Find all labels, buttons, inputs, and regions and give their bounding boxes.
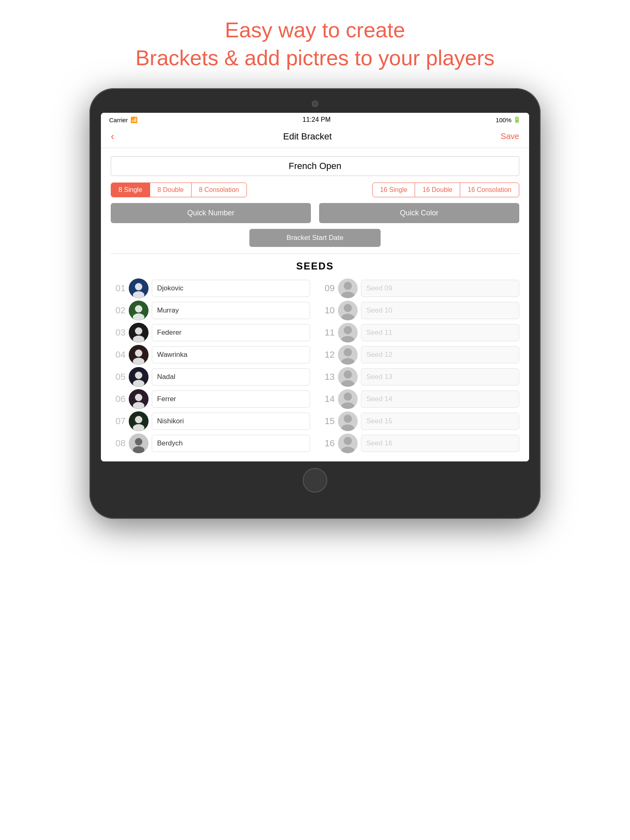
seed-number: 06 — [111, 394, 126, 404]
svg-point-23 — [344, 370, 352, 379]
wifi-icon: 📶 — [130, 116, 137, 123]
seed-row: 04 — [111, 345, 310, 365]
svg-point-4 — [341, 292, 354, 298]
save-button[interactable]: Save — [500, 132, 519, 141]
svg-point-11 — [135, 327, 142, 335]
btn-16-single[interactable]: 16 Single — [373, 183, 415, 197]
quick-color-button[interactable]: Quick Color — [319, 203, 519, 223]
seed-row: 09 Seed 09 — [320, 278, 519, 298]
seed-number: 11 — [320, 327, 335, 338]
seed-number: 08 — [111, 438, 126, 449]
seed-avatar[interactable] — [338, 345, 358, 365]
seed-row: 05 — [111, 367, 310, 387]
seed-number: 02 — [111, 305, 126, 316]
seed-avatar[interactable] — [338, 411, 358, 431]
seed-name-placeholder[interactable]: Seed 12 — [361, 346, 519, 363]
svg-point-28 — [344, 393, 352, 401]
btn-8-consolation[interactable]: 8 Consolation — [192, 183, 247, 197]
seed-row: 10 Seed 10 — [320, 301, 519, 320]
quick-number-button[interactable]: Quick Number — [111, 203, 311, 223]
svg-point-36 — [135, 438, 142, 445]
bracket-group-8: 8 Single 8 Double 8 Consolation — [111, 183, 247, 197]
seed-avatar[interactable] — [129, 434, 148, 453]
seed-name-input[interactable] — [152, 280, 310, 297]
seed-name-input[interactable] — [152, 368, 310, 386]
seed-row: 03 — [111, 323, 310, 342]
quick-action-buttons: Quick Number Quick Color — [111, 203, 519, 223]
seed-number: 12 — [320, 349, 335, 360]
btn-8-single[interactable]: 8 Single — [111, 183, 150, 197]
seed-name-placeholder[interactable]: Seed 11 — [361, 324, 519, 341]
status-bar: Carrier 📶 11:24 PM 100% 🔋 — [101, 113, 529, 127]
seed-name-input[interactable] — [152, 346, 310, 363]
back-button[interactable]: ‹ — [111, 130, 114, 143]
status-time: 11:24 PM — [302, 116, 330, 123]
seed-name-placeholder[interactable]: Seed 14 — [361, 390, 519, 408]
promo-line2: Brackets & add pictres to your players — [135, 44, 495, 72]
ipad-screen: Carrier 📶 11:24 PM 100% 🔋 ‹ Edit Bracket… — [101, 113, 529, 461]
status-left: Carrier 📶 — [109, 116, 137, 123]
seed-name-input[interactable] — [152, 413, 310, 430]
seeds-grid: 01 09 Seed 0902 10 Seed 1003 11 — [111, 278, 519, 453]
seed-number: 07 — [111, 416, 126, 427]
seed-number: 03 — [111, 327, 126, 338]
seed-avatar[interactable] — [129, 323, 148, 342]
svg-point-19 — [341, 358, 354, 365]
home-button[interactable] — [303, 468, 327, 493]
carrier-label: Carrier — [109, 116, 128, 123]
seed-name-placeholder[interactable]: Seed 15 — [361, 413, 519, 430]
svg-point-24 — [341, 380, 354, 387]
seed-number: 01 — [111, 283, 126, 294]
svg-point-38 — [344, 437, 352, 445]
seed-number: 10 — [320, 305, 335, 316]
seed-avatar[interactable] — [129, 367, 148, 387]
seed-row: 14 Seed 14 — [320, 389, 519, 409]
svg-point-34 — [341, 425, 354, 431]
btn-16-consolation[interactable]: 16 Consolation — [460, 183, 519, 197]
seed-avatar[interactable] — [129, 278, 148, 298]
bracket-start-date-button[interactable]: Bracket Start Date — [249, 229, 381, 247]
seed-name-placeholder[interactable]: Seed 16 — [361, 435, 519, 452]
seed-number: 05 — [111, 372, 126, 382]
btn-8-double[interactable]: 8 Double — [150, 183, 192, 197]
seed-avatar[interactable] — [338, 323, 358, 342]
seed-avatar[interactable] — [338, 389, 358, 409]
seed-avatar[interactable] — [338, 434, 358, 453]
svg-point-14 — [341, 336, 354, 342]
svg-point-31 — [135, 416, 142, 423]
svg-point-13 — [344, 326, 352, 334]
btn-16-double[interactable]: 16 Double — [415, 183, 460, 197]
svg-point-26 — [135, 394, 142, 401]
seed-row: 11 Seed 11 — [320, 323, 519, 342]
seed-name-placeholder[interactable]: Seed 13 — [361, 368, 519, 386]
svg-point-8 — [344, 304, 352, 312]
seed-row: 12 Seed 12 — [320, 345, 519, 365]
seed-row: 07 — [111, 411, 310, 431]
seed-number: 15 — [320, 416, 335, 427]
seed-avatar[interactable] — [338, 278, 358, 298]
seed-name-input[interactable] — [152, 324, 310, 341]
svg-point-3 — [344, 282, 352, 290]
seed-avatar[interactable] — [129, 301, 148, 320]
seed-name-input[interactable] — [152, 435, 310, 452]
svg-point-18 — [344, 348, 352, 356]
seed-avatar[interactable] — [338, 367, 358, 387]
tournament-name-input[interactable] — [111, 156, 519, 176]
seed-name-placeholder[interactable]: Seed 09 — [361, 280, 519, 297]
svg-point-1 — [135, 283, 142, 290]
seed-avatar[interactable] — [129, 411, 148, 431]
content-divider — [111, 253, 519, 254]
svg-point-21 — [135, 372, 142, 379]
nav-bar: ‹ Edit Bracket Save — [101, 127, 529, 148]
seed-row: 02 — [111, 301, 310, 320]
seed-name-input[interactable] — [152, 302, 310, 319]
nav-title: Edit Bracket — [283, 131, 332, 142]
seed-avatar[interactable] — [129, 389, 148, 409]
seed-avatar[interactable] — [129, 345, 148, 365]
seed-name-placeholder[interactable]: Seed 10 — [361, 302, 519, 319]
seed-name-input[interactable] — [152, 390, 310, 408]
seed-avatar[interactable] — [338, 301, 358, 320]
seed-row: 08 — [111, 434, 310, 453]
svg-point-9 — [341, 314, 354, 320]
battery-label: 100% — [496, 116, 511, 123]
